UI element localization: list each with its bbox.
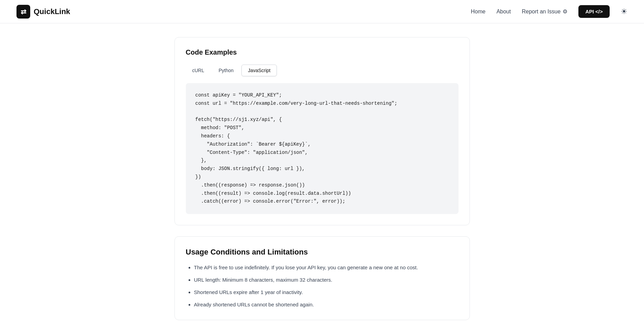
navbar: ⇄ QuickLink Home About Report an Issue ⚙…	[0, 0, 644, 23]
logo-text: QuickLink	[34, 7, 70, 16]
tab-curl[interactable]: cURL	[186, 65, 211, 76]
usage-card: Usage Conditions and Limitations The API…	[174, 236, 470, 320]
main-content: Code Examples cURL Python JavaScript con…	[168, 23, 477, 327]
home-link[interactable]: Home	[471, 9, 486, 15]
code-examples-card: Code Examples cURL Python JavaScript con…	[174, 37, 470, 225]
api-button-label: API </>	[585, 9, 603, 14]
nav-right: Home About Report an Issue ⚙ API </> ☀	[471, 5, 628, 18]
code-block: const apiKey = "YOUR_API_KEY"; const url…	[186, 83, 459, 214]
report-icon: ⚙	[563, 8, 567, 15]
list-item: Already shortened URLs cannot be shorten…	[194, 301, 459, 309]
code-content: const apiKey = "YOUR_API_KEY"; const url…	[195, 91, 449, 206]
usage-list: The API is free to use indefinitely. If …	[186, 263, 459, 309]
list-item: The API is free to use indefinitely. If …	[194, 263, 459, 272]
tab-javascript[interactable]: JavaScript	[241, 65, 277, 76]
usage-title: Usage Conditions and Limitations	[186, 248, 459, 257]
code-examples-title: Code Examples	[186, 48, 459, 56]
report-link[interactable]: Report an Issue ⚙	[522, 8, 567, 15]
report-link-text: Report an Issue	[522, 9, 561, 15]
logo-icon: ⇄	[16, 5, 30, 19]
logo-link[interactable]: ⇄ QuickLink	[16, 5, 70, 19]
api-button[interactable]: API </>	[578, 5, 610, 18]
list-item: URL length: Minimum 8 characters, maximu…	[194, 276, 459, 284]
theme-icon: ☀	[621, 7, 628, 16]
code-tabs: cURL Python JavaScript	[186, 65, 459, 76]
about-link[interactable]: About	[496, 9, 511, 15]
list-item: Shortened URLs expire after 1 year of in…	[194, 288, 459, 296]
tab-python[interactable]: Python	[212, 65, 240, 76]
theme-toggle-button[interactable]: ☀	[621, 7, 628, 16]
